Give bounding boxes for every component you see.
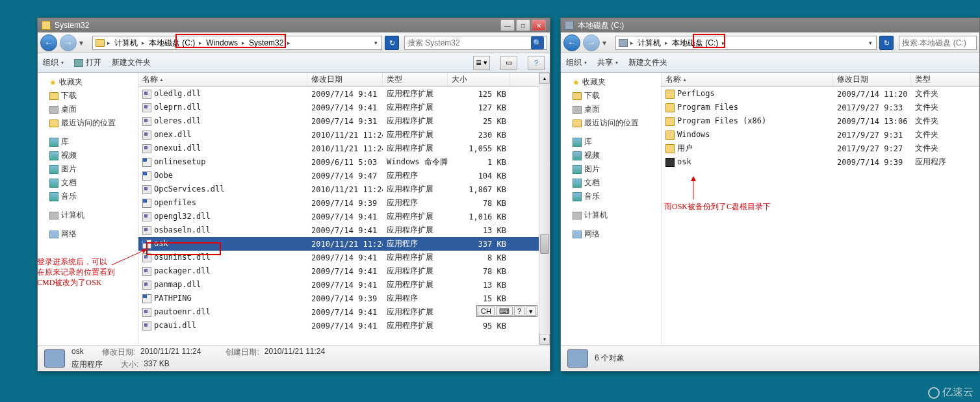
- addr-dropdown-icon[interactable]: ▾: [373, 40, 379, 46]
- close-button[interactable]: ✕: [532, 19, 546, 31]
- file-row[interactable]: Windows2017/9/27 9:31文件夹: [662, 128, 979, 142]
- sidebar-desktop[interactable]: 桌面: [38, 103, 138, 116]
- scroll-up-icon[interactable]: ▴: [539, 73, 550, 84]
- file-row[interactable]: OpcServices.dll2010/11/21 11:24应用程序扩展1,8…: [138, 182, 539, 196]
- back-button[interactable]: ←: [563, 34, 580, 51]
- chevron-icon[interactable]: ▸: [629, 40, 635, 46]
- sidebar-pictures[interactable]: 图片: [561, 162, 661, 176]
- breadcrumb-seg[interactable]: 计算机: [636, 38, 662, 49]
- ime-lang[interactable]: CH: [478, 307, 495, 316]
- address-bar-2[interactable]: ▸ 计算机 ▸ 本地磁盘 (C:) ▸ ▾: [615, 36, 877, 50]
- scroll-thumb[interactable]: [540, 234, 549, 254]
- chevron-icon[interactable]: ▸: [664, 40, 669, 46]
- search-icon[interactable]: 🔍: [531, 36, 544, 49]
- vscrollbar-1[interactable]: ▴ ▾: [539, 73, 550, 345]
- breadcrumb-seg[interactable]: 本地磁盘 (C:): [671, 38, 719, 49]
- chevron-icon[interactable]: ▸: [286, 40, 292, 46]
- sidebar-favorites[interactable]: ★收藏夹: [561, 75, 661, 89]
- sidebar-favorites[interactable]: ★收藏夹: [38, 75, 138, 89]
- history-dropdown[interactable]: ▾: [602, 38, 610, 47]
- file-list-2[interactable]: PerfLogs2009/7/14 11:20文件夹Program Files2…: [662, 87, 979, 345]
- view-options-button[interactable]: ≣ ▾: [473, 56, 490, 70]
- addr-dropdown-icon[interactable]: ▾: [868, 40, 873, 46]
- file-row[interactable]: onex.dll2010/11/21 11:24应用程序扩展230 KB: [138, 128, 539, 142]
- column-headers-2[interactable]: 名称▲ 修改日期 类型: [662, 73, 979, 87]
- sidebar-computer[interactable]: 计算机: [38, 208, 138, 222]
- sidebar-pictures[interactable]: 图片: [38, 162, 138, 176]
- column-headers-1[interactable]: 名称▲ 修改日期 类型 大小: [138, 73, 539, 87]
- sidebar-desktop[interactable]: 桌面: [561, 103, 661, 116]
- sidebar-recent[interactable]: 最近访问的位置: [561, 116, 661, 130]
- breadcrumb-seg[interactable]: 本地磁盘 (C:): [148, 38, 196, 49]
- new-folder-button[interactable]: 新建文件夹: [628, 57, 667, 68]
- col-name[interactable]: 名称▲: [138, 73, 307, 86]
- file-row[interactable]: PerfLogs2009/7/14 11:20文件夹: [662, 87, 979, 101]
- forward-button[interactable]: →: [583, 34, 600, 51]
- ime-keyboard-icon[interactable]: ⌨: [496, 307, 513, 316]
- preview-pane-button[interactable]: ▭: [500, 56, 517, 70]
- file-row[interactable]: PATHPING2009/7/14 9:39应用程序15 KB: [138, 292, 539, 305]
- file-row[interactable]: Oobe2009/7/14 9:47应用程序104 KB: [138, 169, 539, 182]
- sidebar-music[interactable]: 音乐: [561, 190, 661, 203]
- col-size[interactable]: 大小: [448, 73, 510, 86]
- open-button[interactable]: 打开: [74, 57, 101, 68]
- search-input[interactable]: [407, 38, 531, 47]
- refresh-button[interactable]: ↻: [385, 36, 399, 50]
- file-row[interactable]: oledlg.dll2009/7/14 9:41应用程序扩展125 KB: [138, 87, 539, 101]
- chevron-icon[interactable]: ▸: [106, 40, 112, 46]
- col-type[interactable]: 类型: [383, 73, 448, 86]
- col-name[interactable]: 名称▲: [662, 73, 833, 86]
- sidebar-libraries[interactable]: 库: [38, 135, 138, 149]
- titlebar-2[interactable]: 本地磁盘 (C:): [561, 18, 979, 32]
- sidebar-documents[interactable]: 文档: [561, 176, 661, 190]
- ime-options-icon[interactable]: ▾: [526, 307, 536, 316]
- file-row[interactable]: opengl32.dll2009/7/14 9:41应用程序扩展1,016 KB: [138, 210, 539, 223]
- history-dropdown[interactable]: ▾: [79, 38, 87, 47]
- search-box-1[interactable]: 🔍: [404, 36, 547, 50]
- file-row[interactable]: osk2009/7/14 9:39应用程序: [662, 155, 979, 169]
- sidebar-music[interactable]: 音乐: [38, 190, 138, 203]
- minimize-button[interactable]: —: [500, 19, 515, 31]
- chevron-icon[interactable]: ▸: [140, 40, 146, 46]
- ime-help-icon[interactable]: ?: [514, 307, 524, 316]
- new-folder-button[interactable]: 新建文件夹: [112, 57, 151, 68]
- refresh-button[interactable]: ↻: [879, 36, 894, 50]
- breadcrumb-seg[interactable]: System32: [248, 38, 285, 47]
- col-type[interactable]: 类型: [911, 73, 979, 86]
- file-row[interactable]: openfiles2009/7/14 9:39应用程序78 KB: [138, 196, 539, 210]
- organize-button[interactable]: 组织▾: [566, 57, 587, 68]
- sidebar-libraries[interactable]: 库: [561, 135, 661, 149]
- sidebar-network[interactable]: 网络: [561, 227, 661, 241]
- share-button[interactable]: 共享▾: [597, 57, 618, 68]
- sidebar-downloads[interactable]: 下载: [561, 89, 661, 103]
- file-row[interactable]: osuninst.dll2009/7/14 9:41应用程序扩展8 KB: [138, 251, 539, 264]
- address-bar-1[interactable]: ▸ 计算机 ▸ 本地磁盘 (C:) ▸ Windows ▸ System32 ▸…: [92, 36, 382, 50]
- file-row[interactable]: panmap.dll2009/7/14 9:41应用程序扩展13 KB: [138, 278, 539, 292]
- sidebar-downloads[interactable]: 下载: [38, 89, 138, 103]
- sidebar-videos[interactable]: 视频: [38, 149, 138, 162]
- file-row[interactable]: packager.dll2009/7/14 9:41应用程序扩展78 KB: [138, 264, 539, 278]
- ime-toolbar[interactable]: CH ⌨ ? ▾: [476, 305, 537, 317]
- sidebar-recent[interactable]: 最近访问的位置: [38, 116, 138, 130]
- breadcrumb-seg[interactable]: 计算机: [113, 38, 139, 49]
- file-row[interactable]: onlinesetup2009/6/11 5:03Windows 命令脚本1 K…: [138, 155, 539, 169]
- search-box-2[interactable]: [899, 36, 977, 50]
- maximize-button[interactable]: □: [516, 19, 530, 31]
- file-row[interactable]: pcaui.dll2009/7/14 9:41应用程序扩展95 KB: [138, 319, 539, 333]
- file-row[interactable]: osbaseln.dll2009/7/14 9:41应用程序扩展13 KB: [138, 223, 539, 237]
- file-row[interactable]: onexui.dll2010/11/21 11:24应用程序扩展1,055 KB: [138, 142, 539, 155]
- file-row[interactable]: oleprn.dll2009/7/14 9:41应用程序扩展127 KB: [138, 101, 539, 114]
- back-button[interactable]: ←: [40, 34, 57, 51]
- organize-button[interactable]: 组织▾: [43, 57, 64, 68]
- sidebar-computer[interactable]: 计算机: [561, 208, 661, 222]
- scroll-down-icon[interactable]: ▾: [539, 334, 550, 345]
- chevron-icon[interactable]: ▸: [721, 40, 727, 46]
- file-row[interactable]: oleres.dll2009/7/14 9:31应用程序扩展25 KB: [138, 114, 539, 128]
- sidebar-network[interactable]: 网络: [38, 227, 138, 241]
- help-button[interactable]: ?: [528, 56, 545, 70]
- chevron-icon[interactable]: ▸: [240, 40, 246, 46]
- file-row[interactable]: 用户2017/9/27 9:27文件夹: [662, 142, 979, 155]
- col-date[interactable]: 修改日期: [307, 73, 383, 86]
- forward-button[interactable]: →: [60, 34, 77, 51]
- col-date[interactable]: 修改日期: [833, 73, 911, 86]
